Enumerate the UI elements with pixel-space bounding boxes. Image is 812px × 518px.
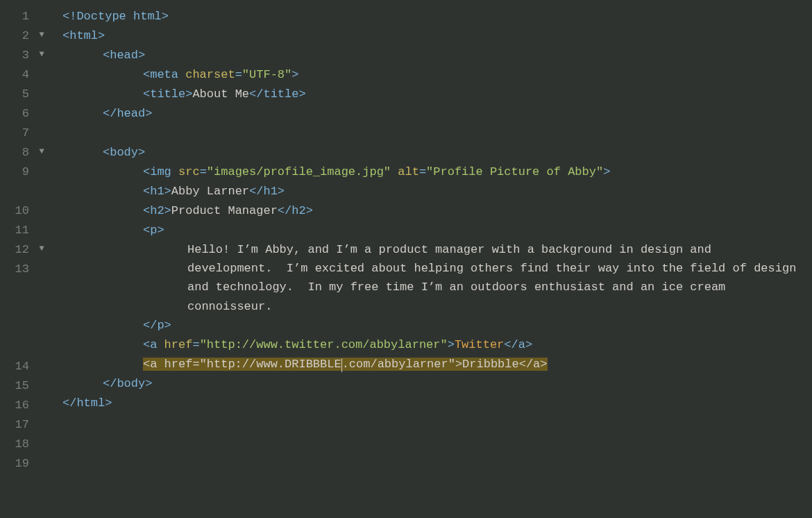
text-content: Product Manager	[171, 204, 278, 217]
line-number: 13	[0, 260, 33, 278]
line-number: 12	[0, 240, 33, 259]
gutter-row: 8▼	[0, 143, 62, 162]
line-number: 14	[0, 357, 33, 376]
gutter-row: 18	[0, 435, 62, 454]
fold-marker-icon[interactable]	[33, 221, 50, 223]
gutter-row: 13	[0, 260, 62, 357]
code-line[interactable]: </body>	[62, 374, 801, 394]
fold-marker-icon[interactable]: ▼	[33, 240, 50, 256]
tag-name: title	[150, 87, 185, 101]
gutter-row: 7	[0, 124, 62, 143]
fold-marker-icon[interactable]	[33, 104, 50, 106]
text-cursor-icon	[341, 358, 342, 372]
fold-marker-icon[interactable]	[33, 85, 50, 87]
gutter-row: 14	[0, 357, 62, 376]
line-number: 17	[0, 415, 33, 434]
gutter-row: 4	[0, 65, 62, 85]
code-line[interactable]: <a href="http://www.twitter.com/abbylarn…	[62, 335, 801, 355]
gutter-row: 3▼	[0, 46, 62, 65]
code-line[interactable]: <h1>Abby Larner</h1>	[62, 182, 801, 201]
tag-name: img	[150, 165, 171, 178]
gutter-row: 9	[0, 162, 62, 201]
fold-marker-icon[interactable]	[33, 124, 50, 126]
fold-marker-icon[interactable]	[33, 435, 50, 437]
attr-value: "images/profile_image.jpg"	[207, 165, 391, 178]
tag-close: >	[98, 29, 105, 42]
code-line[interactable]: <body>	[62, 143, 801, 162]
gutter-row: 6	[0, 104, 62, 124]
gutter-row: 10	[0, 201, 62, 221]
selection-highlight: Dribbble	[462, 358, 519, 371]
code-line[interactable]: <meta charset="UTF-8">	[62, 65, 801, 85]
gutter-row: 19	[0, 454, 62, 474]
code-line[interactable]: <title>About Me</title>	[62, 85, 801, 104]
text-content: Abby Larner	[171, 185, 249, 198]
attr-value: "Profile Picture of Abby"	[426, 165, 603, 178]
tag-name: head	[117, 107, 145, 120]
code-line[interactable]: <p>	[62, 221, 801, 240]
link-text: Twitter	[455, 338, 504, 351]
line-number: 10	[0, 201, 33, 220]
code-editor[interactable]: <!Doctype html> <html> <head> <meta char…	[62, 0, 812, 518]
fold-marker-icon[interactable]	[33, 260, 50, 262]
code-line[interactable]: <img src="images/profile_image.jpg" alt=…	[62, 162, 801, 182]
attr-name: alt	[398, 165, 419, 178]
fold-marker-icon[interactable]	[33, 454, 50, 456]
line-number: 15	[0, 376, 33, 395]
gutter-row: 11	[0, 221, 62, 240]
line-number: 19	[0, 454, 33, 473]
code-line[interactable]: <h2>Product Manager</h2>	[62, 201, 801, 221]
fold-marker-icon[interactable]	[33, 65, 50, 67]
fold-marker-icon[interactable]	[33, 201, 50, 203]
code-line[interactable]: </html>	[62, 394, 801, 413]
attr-value: "UTF-8"	[242, 68, 291, 81]
tag-name: meta	[150, 68, 178, 81]
gutter-row: 1	[0, 7, 62, 26]
gutter: 1 2▼ 3▼ 4 5 6 7 8▼ 9 10 11 12▼ 13 14 15 …	[0, 0, 62, 518]
fold-marker-icon[interactable]: ▼	[33, 143, 50, 158]
line-number: 1	[0, 7, 33, 26]
line-number: 9	[0, 162, 33, 181]
line-number: 2	[0, 26, 33, 45]
fold-marker-icon[interactable]	[33, 162, 50, 165]
code-line[interactable]	[62, 124, 801, 143]
tag-open: <	[62, 29, 69, 42]
gutter-row: 5	[0, 85, 62, 104]
fold-marker-icon[interactable]	[33, 396, 50, 398]
fold-marker-icon[interactable]: ▼	[33, 26, 50, 42]
code-line[interactable]: <html>	[62, 26, 801, 46]
code-line[interactable]: </head>	[62, 104, 801, 124]
fold-marker-icon[interactable]	[33, 376, 50, 378]
attr-name: src	[178, 165, 200, 178]
code-line[interactable]	[62, 413, 801, 433]
fold-marker-icon[interactable]	[33, 415, 50, 417]
code-line[interactable]: <!Doctype html>	[62, 7, 801, 26]
gutter-row: 2▼	[0, 26, 62, 46]
gutter-row: 16	[0, 396, 62, 415]
fold-marker-icon[interactable]	[33, 357, 50, 359]
code-line[interactable]: <a href="http://www.DRIBBBLE.com/abbylar…	[62, 355, 801, 374]
selection-highlight: .com/abbylarner">	[342, 358, 462, 371]
code-line[interactable]: Hello! I’m Abby, and I’m a product manag…	[62, 240, 801, 316]
line-number: 6	[0, 104, 33, 123]
doctype-tag: <!Doctype html>	[62, 10, 169, 23]
tag-name: body	[110, 146, 138, 159]
code-line[interactable]: </p>	[62, 316, 801, 335]
attr-value: "http://www.twitter.com/abbylarner"	[200, 338, 448, 351]
line-number: 3	[0, 46, 33, 65]
attr-name: charset	[185, 68, 235, 81]
text-content: About Me	[192, 87, 249, 101]
line-number: 16	[0, 396, 33, 415]
line-number: 18	[0, 435, 33, 453]
tag-name: html	[69, 29, 98, 42]
selection-highlight: <a href="http://www.DRIBBBLE	[143, 358, 341, 371]
line-number: 5	[0, 85, 33, 103]
code-line[interactable]: <head>	[62, 46, 801, 65]
line-number: 4	[0, 65, 33, 84]
selection-highlight: </a>	[519, 358, 548, 371]
tag-name: head	[110, 49, 138, 62]
line-number: 11	[0, 221, 33, 240]
fold-marker-icon[interactable]	[33, 7, 50, 9]
gutter-row: 12▼	[0, 240, 62, 260]
fold-marker-icon[interactable]: ▼	[33, 46, 50, 61]
